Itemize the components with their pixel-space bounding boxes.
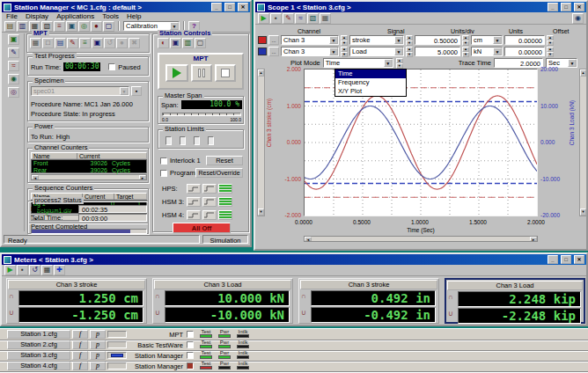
horizontal-scrollbar[interactable]: ◄► <box>31 174 147 180</box>
layout-icon[interactable]: ▦ <box>41 265 53 275</box>
run-meters-icon[interactable]: ▶ <box>4 265 16 275</box>
traces-icon[interactable]: ▧ <box>307 13 319 24</box>
meter-panel-selected[interactable]: Chan 3 Load ∩ ∪ 2.248 kip -2.248 kip <box>445 278 585 324</box>
chevron-down-icon[interactable]: ▼ <box>329 36 338 44</box>
chevron-down-icon[interactable]: ▼ <box>493 36 502 44</box>
units-combobox[interactable]: kN▼ <box>471 47 503 56</box>
chevron-down-icon[interactable]: ▼ <box>384 59 393 67</box>
col-header-current[interactable]: Current <box>77 153 116 159</box>
parameters-button[interactable]: p <box>90 340 106 349</box>
hsm4-high-button[interactable] <box>202 210 217 220</box>
specimen-editor-icon[interactable]: ≡ <box>79 38 91 48</box>
manual-command-icon[interactable]: ✎ <box>8 48 19 58</box>
monitor-icon[interactable]: ▢ <box>103 21 114 32</box>
scroll-up-icon[interactable]: ▲ <box>258 69 264 77</box>
signals-icon[interactable]: ≈ <box>295 13 306 24</box>
reset-button[interactable]: Reset <box>206 156 243 165</box>
maximize-button[interactable]: □ <box>224 3 235 11</box>
scroll-up-icon[interactable]: ▲ <box>580 69 586 77</box>
meter-icon[interactable]: ◎ <box>78 21 90 32</box>
reset-controller-icon[interactable]: ◐ <box>158 38 169 48</box>
channel-options-button[interactable]: ... <box>268 35 279 45</box>
menu-tools[interactable]: Tools <box>102 12 119 20</box>
specimen-combobox[interactable]: spec01 ▼ <box>31 86 129 96</box>
open-file-icon[interactable]: ▤ <box>4 21 16 32</box>
display-icon[interactable]: ▣ <box>66 21 77 32</box>
save-icon[interactable]: ▥ <box>17 21 28 32</box>
open-procedure-icon[interactable]: ▤ <box>55 38 66 48</box>
function-generator-icon[interactable]: ≈ <box>8 61 19 71</box>
trace-time-field[interactable]: 2.0000 <box>494 58 543 68</box>
plot-mode-combobox[interactable]: Time▼ <box>323 58 393 68</box>
station-setup-icon[interactable]: ▣ <box>8 34 19 45</box>
units-combobox[interactable]: cm▼ <box>471 35 503 45</box>
meters-titlebar[interactable]: Meters < Station 3.cfg > _ □ ✕ <box>2 254 586 265</box>
close-button[interactable]: ✕ <box>574 3 584 11</box>
hsm4-low-button[interactable] <box>187 210 201 220</box>
plot-mode-spinner[interactable]: ▲▼ <box>396 58 403 68</box>
channel-spinner[interactable]: ▲▼ <box>341 35 348 45</box>
minimize-button[interactable]: _ <box>548 255 558 264</box>
span-slider[interactable]: 0.0 100.0 <box>162 113 241 121</box>
dropdown-option-time[interactable]: Time <box>335 69 406 78</box>
hps-low-button[interactable] <box>187 184 201 194</box>
new-procedure-icon[interactable]: □ <box>42 38 54 48</box>
stop-meters-icon[interactable]: ▪ <box>17 265 28 275</box>
dropdown-option-frequency[interactable]: Frequency <box>335 78 406 87</box>
function-button[interactable]: f <box>72 362 88 370</box>
station-config-button[interactable]: Station 3.cfg <box>7 351 70 360</box>
signal-combobox[interactable]: stroke▼ <box>349 35 404 45</box>
channel-spinner[interactable]: ▲▼ <box>341 47 348 56</box>
signal-combobox[interactable]: Load▼ <box>349 47 404 56</box>
right-vertical-scrollbar[interactable]: ▲ ▼ <box>579 69 587 216</box>
station-checkbox[interactable] <box>187 341 194 348</box>
plot-horizontal-scrollbar[interactable]: ◄► <box>304 236 538 242</box>
link-icon[interactable]: ≡ <box>54 21 65 32</box>
setup-icon[interactable]: ✎ <box>283 13 294 24</box>
function-button[interactable]: f <box>72 340 88 349</box>
station-checkbox[interactable] <box>187 352 194 359</box>
menu-display[interactable]: Display <box>26 12 48 20</box>
dropdown-option-xy[interactable]: X/Y Plot <box>335 87 406 96</box>
station-config-button[interactable]: Station 1.cfg <box>7 330 70 339</box>
offset-field[interactable]: 0.00000 <box>504 47 545 56</box>
undo-icon[interactable]: ↺ <box>104 38 115 48</box>
scroll-down-icon[interactable]: ▼ <box>258 208 264 216</box>
scroll-down-icon[interactable]: ▼ <box>580 208 586 216</box>
scope-app-icon[interactable]: ◉ <box>8 74 19 84</box>
hsm3-high-button[interactable] <box>202 197 217 207</box>
left-vertical-scrollbar[interactable]: ▲ ▼ <box>257 69 265 216</box>
units-div-spinner[interactable]: ▲▼ <box>462 35 469 45</box>
table-row[interactable]: Rear 39026 Cycles <box>32 167 146 174</box>
reset-override-button[interactable]: Reset/Override <box>195 168 243 178</box>
meters-app-icon[interactable]: ◎ <box>8 87 19 98</box>
print-scope-icon[interactable]: ▦ <box>320 13 331 24</box>
hsm4-on-button[interactable] <box>218 210 232 220</box>
stop-scope-icon[interactable]: ▪ <box>270 13 282 24</box>
scope-display-icon[interactable]: ◉ <box>572 13 584 24</box>
minimize-button[interactable]: _ <box>548 3 558 11</box>
display-select-icon[interactable]: ▣ <box>170 38 181 48</box>
edit-procedure-icon[interactable]: ✎ <box>67 38 78 48</box>
scroll-left-icon[interactable]: ◄ <box>305 237 312 241</box>
clock-icon[interactable]: ● <box>91 21 102 32</box>
units-div-field[interactable]: 0.50000 <box>415 35 460 45</box>
hps-high-button[interactable] <box>202 184 217 194</box>
chevron-down-icon[interactable]: ▼ <box>329 48 338 55</box>
specimen-edit-icon[interactable]: ▪ <box>131 86 142 96</box>
channel-options-button[interactable]: ... <box>268 47 279 56</box>
offset-field[interactable]: 0.00000 <box>504 35 545 45</box>
run-button[interactable] <box>165 64 188 82</box>
paused-checkbox[interactable] <box>108 63 115 70</box>
station-checkbox-checked[interactable] <box>187 362 194 369</box>
maximize-button[interactable]: □ <box>561 255 571 264</box>
offset-spinner[interactable]: ▲▼ <box>547 47 554 56</box>
units-div-spinner[interactable]: ▲▼ <box>462 47 469 56</box>
parameters-button[interactable]: p <box>90 362 106 370</box>
reset-peaks-icon[interactable]: ↺ <box>29 265 40 275</box>
units-div-field[interactable]: 5.0000 <box>415 47 460 56</box>
channel-combobox[interactable]: Chan 3▼ <box>281 47 339 56</box>
chevron-down-icon[interactable]: ▼ <box>394 48 403 55</box>
channel-combobox[interactable]: Chan 3▼ <box>281 35 339 45</box>
add-meter-icon[interactable]: ✚ <box>54 265 65 275</box>
